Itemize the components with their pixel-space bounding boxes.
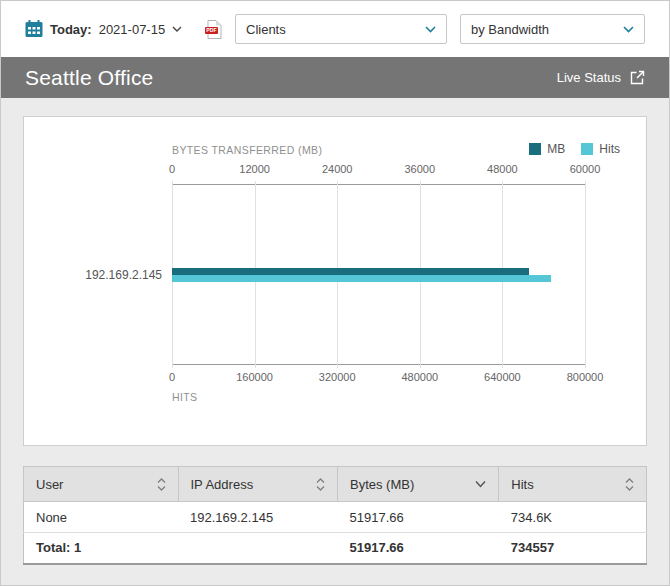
axis-tick-label: 640000 [484, 371, 521, 383]
axis-tick-label: 24000 [322, 163, 353, 175]
sort-desc-icon [475, 480, 486, 488]
external-link-icon [630, 70, 645, 85]
axis-tick-label: 160000 [236, 371, 273, 383]
legend-label-mb: MB [547, 142, 565, 156]
page-title: Seattle Office [25, 66, 153, 90]
sort-icon [316, 478, 325, 491]
date-picker[interactable]: Today: 2021-07-15 [25, 20, 182, 38]
column-label: Bytes (MB) [350, 477, 414, 492]
date-value: 2021-07-15 [99, 22, 166, 37]
axis-tick-label: 320000 [319, 371, 356, 383]
live-status-link[interactable]: Live Status [557, 70, 645, 85]
legend-swatch-mb [529, 143, 541, 155]
pdf-export-button[interactable]: PDF [205, 20, 222, 39]
live-status-label: Live Status [557, 70, 621, 85]
bottom-axis-ticks: 0 160000 320000 480000 640000 800000 [172, 371, 585, 385]
axis-tick-label: 60000 [570, 163, 601, 175]
total-bytes: 51917.66 [337, 533, 498, 564]
bar-group [172, 268, 585, 282]
sort-icon [625, 478, 634, 491]
column-header-bytes[interactable]: Bytes (MB) [337, 467, 498, 502]
bar-hits [172, 275, 551, 282]
sort-icon [157, 478, 166, 491]
axis-tick-label: 12000 [239, 163, 270, 175]
cell-user: None [24, 502, 179, 533]
toolbar: Today: 2021-07-15 PDF Clients [1, 1, 669, 57]
legend-item-hits: Hits [581, 142, 620, 156]
clients-table: User IP Address [23, 466, 647, 565]
axis-tick-label: 800000 [567, 371, 604, 383]
bar-mb [172, 268, 529, 275]
total-hits: 734557 [499, 533, 647, 564]
chevron-down-icon [425, 26, 436, 33]
chart-legend: MB Hits [529, 142, 620, 156]
page-header: Seattle Office Live Status [1, 57, 669, 98]
axis-tick-label: 36000 [405, 163, 436, 175]
top-axis-title: BYTES TRANSFERRED (MB) [172, 144, 322, 156]
content-area: BYTES TRANSFERRED (MB) MB Hits 0 12000 2… [1, 98, 669, 585]
svg-text:PDF: PDF [206, 27, 216, 33]
plot-area [172, 184, 585, 365]
view-by-select[interactable]: by Bandwidth [460, 14, 645, 44]
report-type-select-value: Clients [246, 22, 286, 37]
bottom-axis-title: HITS [172, 391, 198, 403]
screen: Today: 2021-07-15 PDF Clients [0, 0, 670, 586]
table-total-row: Total: 1 51917.66 734557 [24, 533, 647, 564]
date-label: Today: [50, 22, 92, 37]
column-label: User [36, 477, 63, 492]
gridline [585, 181, 586, 368]
column-label: Hits [511, 477, 533, 492]
axis-tick-label: 0 [169, 371, 175, 383]
table-header-row: User IP Address [24, 467, 647, 502]
total-label: Total: 1 [24, 533, 179, 564]
top-axis-ticks: 0 12000 24000 36000 48000 60000 [172, 163, 585, 177]
category-label: 192.169.2.145 [24, 268, 162, 282]
column-header-user[interactable]: User [24, 467, 179, 502]
cell-hits: 734.6K [499, 502, 647, 533]
legend-label-hits: Hits [599, 142, 620, 156]
chevron-down-icon [172, 26, 182, 32]
table-row: None 192.169.2.145 51917.66 734.6K [24, 502, 647, 533]
calendar-icon [25, 20, 43, 38]
column-label: IP Address [191, 477, 254, 492]
view-by-select-value: by Bandwidth [471, 22, 549, 37]
report-type-select[interactable]: Clients [235, 14, 447, 44]
total-ip [178, 533, 337, 564]
axis-tick-label: 0 [169, 163, 175, 175]
chevron-down-icon [623, 26, 634, 33]
chart-panel: BYTES TRANSFERRED (MB) MB Hits 0 12000 2… [23, 116, 647, 446]
legend-swatch-hits [581, 143, 593, 155]
toolbar-right: PDF Clients by Bandwidth [205, 14, 645, 44]
axis-tick-label: 480000 [401, 371, 438, 383]
column-header-hits[interactable]: Hits [499, 467, 647, 502]
cell-bytes: 51917.66 [337, 502, 498, 533]
cell-ip: 192.169.2.145 [178, 502, 337, 533]
column-header-ip-address[interactable]: IP Address [178, 467, 337, 502]
axis-tick-label: 48000 [487, 163, 518, 175]
legend-item-mb: MB [529, 142, 565, 156]
pdf-icon: PDF [205, 20, 222, 39]
